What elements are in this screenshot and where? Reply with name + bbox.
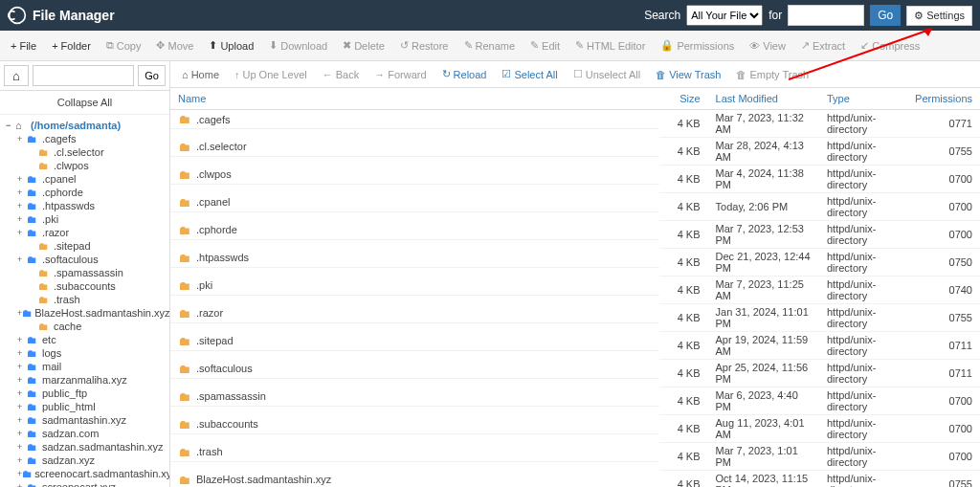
tree-item[interactable]: +🖿logs [0,346,169,360]
tree-item[interactable]: +🖿mail [0,360,169,373]
tool-upload[interactable]: ⬆Upload [202,35,260,55]
search-scope-select[interactable]: All Your Files [686,5,763,26]
tree-item[interactable]: 🖿.trash [0,293,169,306]
tool-permissions[interactable]: 🔒Permissions [654,35,741,55]
tool-delete[interactable]: ✖Delete [336,35,391,55]
toggle-icon[interactable]: + [17,188,27,197]
tree-item[interactable]: 🖿.subaccounts [0,279,169,293]
tree-item[interactable]: +🖿.softaculous [0,253,169,266]
table-row[interactable]: 🖿.sitepad 4 KB Apr 19, 2024, 11:59 AM ht… [170,332,980,360]
toggle-icon[interactable]: + [17,455,27,465]
table-row[interactable]: 🖿BlazeHost.sadmantashin.xyz 4 KB Oct 14,… [170,471,980,488]
table-row[interactable]: 🖿.trash 4 KB Mar 7, 2023, 1:01 PM httpd/… [170,443,980,471]
tree-item[interactable]: +🖿sadzan.sadmantashin.xyz [0,440,169,454]
tool-compress[interactable]: ↙Compress [854,35,926,55]
toggle-icon[interactable]: + [17,415,27,425]
toggle-icon[interactable]: + [17,388,27,398]
toggle-icon[interactable]: + [17,429,27,438]
tree-item[interactable]: +🖿etc [0,333,169,346]
tool-extract[interactable]: ↗Extract [794,35,852,55]
tool-rename[interactable]: ✎Rename [457,35,523,55]
sub-reload[interactable]: ↻Reload [436,65,493,83]
tree-item[interactable]: +🖿public_ftp [0,387,169,400]
toggle-icon[interactable]: + [17,442,27,452]
table-row[interactable]: 🖿.subaccounts 4 KB Aug 11, 2023, 4:01 AM… [170,415,980,443]
minus-icon[interactable]: − [6,121,15,130]
tree-item[interactable]: 🖿cache [0,320,169,333]
sub-back[interactable]: ←Back [317,66,365,83]
tree-item[interactable]: +🖿screenocart.sadmantashin.xyz [0,467,169,480]
toggle-icon[interactable]: + [17,228,27,237]
tool-html-editor[interactable]: ✎HTML Editor [568,35,652,55]
table-row[interactable]: 🖿.htpasswds 4 KB Dec 21, 2023, 12:44 PM … [170,249,980,277]
path-input[interactable] [33,65,134,86]
tree-item[interactable]: 🖿.sitepad [0,239,169,253]
tree-item[interactable]: 🖿.cl.selector [0,145,169,159]
sub-empty-trash[interactable]: 🗑Empty Trash [730,66,814,83]
toggle-icon[interactable]: + [17,362,27,371]
table-row[interactable]: 🖿.cl.selector 4 KB Mar 28, 2024, 4:13 AM… [170,138,980,166]
sub-forward[interactable]: →Forward [368,66,432,83]
tool-file[interactable]: +File [4,36,43,55]
tree-item[interactable]: +🖿.razor [0,226,169,239]
table-row[interactable]: 🖿.softaculous 4 KB Apr 25, 2024, 11:56 P… [170,360,980,387]
tree-item[interactable]: +🖿.pki [0,212,169,226]
table-row[interactable]: 🖿.clwpos 4 KB Mar 4, 2024, 11:38 PM http… [170,166,980,193]
tool-edit[interactable]: ✎Edit [523,35,567,55]
tree-item[interactable]: +🖿BlazeHost.sadmantashin.xyz [0,306,169,320]
toggle-icon[interactable]: + [17,134,27,144]
file-size: 4 KB [659,471,707,488]
col-permissions[interactable]: Permissions [907,88,980,110]
toggle-icon[interactable]: + [17,174,27,184]
search-input[interactable] [788,5,864,26]
col-type[interactable]: Type [819,88,907,110]
tree-item[interactable]: +🖿sadmantashin.xyz [0,413,169,427]
tree-item[interactable]: +🖿sadzan.com [0,427,169,440]
tree-item[interactable]: +🖿screenocart.xyz [0,480,169,487]
sub-up-one-level[interactable]: ↑Up One Level [229,66,313,83]
table-row[interactable]: 🖿.pki 4 KB Mar 7, 2023, 11:25 AM httpd/u… [170,277,980,304]
table-row[interactable]: 🖿.cagefs 4 KB Mar 7, 2023, 11:32 AM http… [170,110,980,138]
tool-restore[interactable]: ↺Restore [393,35,456,55]
table-row[interactable]: 🖿.cphorde 4 KB Mar 7, 2023, 12:53 PM htt… [170,221,980,249]
home-button[interactable]: ⌂ [4,65,29,86]
sub-view-trash[interactable]: 🗑View Trash [650,66,726,83]
tree-item[interactable]: 🖿.spamassassin [0,266,169,279]
toggle-icon[interactable]: + [17,255,27,264]
toggle-icon[interactable]: + [17,348,27,358]
tree-item[interactable]: +🖿.cpanel [0,172,169,186]
table-row[interactable]: 🖿.cpanel 4 KB Today, 2:06 PM httpd/unix-… [170,193,980,221]
tree-item[interactable]: +🖿sadzan.xyz [0,454,169,467]
sub-home[interactable]: ⌂Home [176,66,225,83]
tool-move[interactable]: ✥Move [149,35,200,55]
tree-item[interactable]: 🖿.clwpos [0,159,169,172]
tool-copy[interactable]: ⧉Copy [100,35,148,55]
sub-unselect-all[interactable]: ☐Unselect All [568,65,646,83]
tree-item[interactable]: +🖿.cagefs [0,132,169,145]
toggle-icon[interactable]: + [17,201,27,210]
path-go-button[interactable]: Go [138,65,166,86]
col-name[interactable]: Name [170,88,659,110]
col-modified[interactable]: Last Modified [708,88,819,110]
toggle-icon[interactable]: + [17,335,27,344]
tool-folder[interactable]: +Folder [45,36,98,55]
col-size[interactable]: Size [659,88,707,110]
settings-button[interactable]: ⚙ Settings [906,6,972,26]
table-row[interactable]: 🖿.spamassassin 4 KB Mar 6, 2023, 4:40 PM… [170,387,980,415]
cpanel-icon [8,6,27,25]
toggle-icon[interactable]: + [17,402,27,411]
toggle-icon[interactable]: + [17,214,27,224]
tool-view[interactable]: 👁View [743,36,792,55]
tree-item[interactable]: +🖿.htpasswds [0,199,169,212]
toggle-icon[interactable]: + [17,482,27,487]
tool-download[interactable]: ⬇Download [262,35,334,55]
tree-item[interactable]: +🖿marzanmaliha.xyz [0,373,169,387]
tree-root[interactable]: − ⌂ (/home/sadmanta) [0,119,169,132]
tree-item[interactable]: +🖿.cphorde [0,186,169,199]
tree-item[interactable]: +🖿public_html [0,400,169,413]
sub-select-all[interactable]: ☑Select All [496,65,563,83]
search-go-button[interactable]: Go [870,5,901,26]
toggle-icon[interactable]: + [17,375,27,385]
table-row[interactable]: 🖿.razor 4 KB Jan 31, 2024, 11:01 PM http… [170,304,980,332]
collapse-all-button[interactable]: Collapse All [0,91,169,115]
